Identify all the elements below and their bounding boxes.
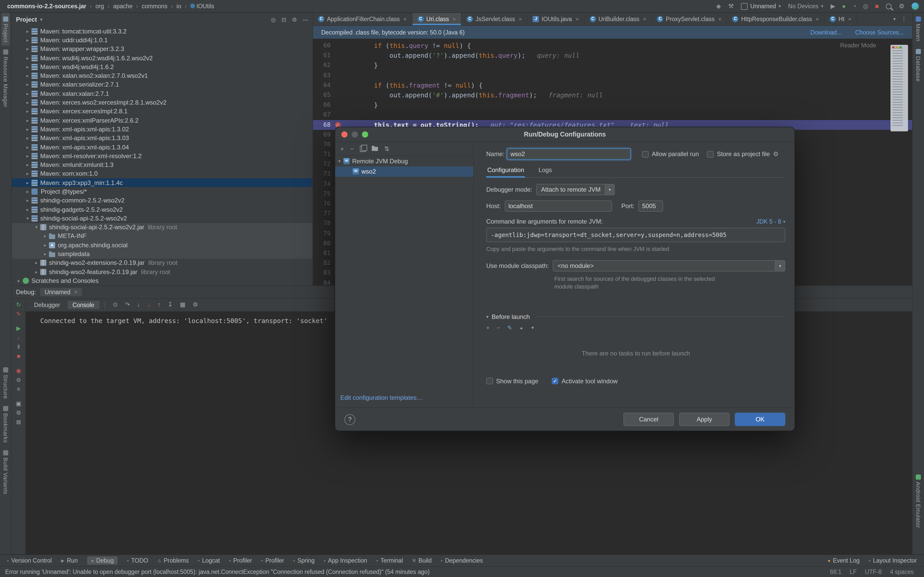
remove-task-icon[interactable]: − [497,324,500,331]
breadcrumb-item[interactable]: org [95,3,104,9]
tree-chevron-icon[interactable]: ▸ [24,47,31,52]
tree-chevron-icon[interactable]: ▸ [24,145,31,150]
toolwindow-button-database[interactable]: Database [914,45,922,85]
edit-task-icon[interactable]: ✎ [507,324,512,331]
tree-row[interactable]: ▸Maven: xerces:xercesImpl:2.8.1 [12,107,312,116]
tree-row[interactable]: ▸Maven: wsdl4j:wsdl4j:1.6.2 [12,62,312,71]
tree-chevron-icon[interactable]: ▸ [24,64,31,69]
panel-settings-icon[interactable]: ⚙ [292,16,297,23]
toolwindow-button-android-emulator[interactable]: Android Emulator [914,471,922,532]
remove-configuration-icon[interactable]: − [350,145,354,153]
tool-button-version-control[interactable]: ▪Version Control [7,558,52,564]
breadcrumb-item[interactable]: commons [142,3,168,9]
dialog-titlebar[interactable]: Run/Debug Configurations [335,127,795,142]
line-number[interactable]: 68 [313,120,333,130]
search-icon[interactable] [886,3,892,9]
force-step-into-icon[interactable]: ↓ [147,302,150,308]
line-number[interactable]: 60 [313,41,333,50]
line-number[interactable]: 74 [313,179,333,189]
tree-chevron-icon[interactable]: ▸ [24,127,31,132]
toolwindow-button-build-variants[interactable]: Build Variants [2,446,10,498]
tool-button-dependencies[interactable]: ▪Dependencies [441,558,483,564]
collapse-all-icon[interactable]: ⊟ [281,16,286,23]
tab-close-icon[interactable]: × [643,16,646,22]
gutter-icon-area[interactable] [333,70,343,80]
line-number[interactable]: 75 [313,189,333,199]
mute-breakpoints-icon[interactable]: ⊘ [16,377,21,383]
move-up-icon[interactable]: ▲ [519,326,523,330]
line-number[interactable]: 67 [313,110,333,120]
toolwindow-button-bookmarks[interactable]: Bookmarks [2,402,10,446]
editor-tab-uri-class[interactable]: CUri.class× [412,13,462,25]
edit-configuration-icon[interactable]: ✎ [16,311,21,317]
settings-icon[interactable]: ⚙ [16,410,21,416]
device-selector[interactable]: No Devices ▾ [788,3,824,9]
file-encoding[interactable]: UTF-8 [865,569,882,575]
tree-row[interactable]: ▸shindig-gadgets-2.5.2-wso2v2 [12,205,312,214]
tree-row[interactable]: ▸Maven: wrapper:wrapper:3.2.3 [12,45,312,53]
toolwindow-button-resource-manager[interactable]: Resource Manager [2,46,10,111]
line-number[interactable]: 73 [313,169,333,179]
tool-button-build[interactable]: ⚒Build [412,558,432,564]
zoom-window-button[interactable] [362,131,368,137]
tree-row[interactable]: ▸Project @types/* [12,187,312,196]
settings-icon[interactable]: ⚙ [899,3,905,9]
tree-chevron-icon[interactable]: ▸ [24,73,31,78]
show-execution-point-icon[interactable]: ⊙ [113,302,118,308]
tree-chevron-icon[interactable]: ▸ [24,207,31,212]
download-sources-link[interactable]: Download... [810,29,842,35]
tree-chevron-icon[interactable]: ▸ [24,100,31,105]
tree-item-wso2[interactable]: wso2 [335,166,473,177]
tree-chevron-icon[interactable]: ▸ [41,251,49,256]
tree-chevron-icon[interactable]: ▸ [41,234,49,239]
toolwindow-button-project[interactable]: Project [2,13,10,46]
view-breakpoints-icon[interactable]: ◉ [16,368,21,374]
gutter-icon-area[interactable] [333,61,343,70]
tree-chevron-icon[interactable]: ▸ [24,135,31,141]
port-input[interactable] [639,200,663,212]
tree-row[interactable]: ▸shindig-common-2.5.2-wso2v2 [12,196,312,205]
choose-sources-link[interactable]: Choose Sources... [855,29,904,35]
tree-chevron-icon[interactable]: ▸ [24,180,31,185]
tree-chevron-icon[interactable]: ▸ [41,243,49,248]
tree-chevron-icon[interactable]: ▸ [24,198,31,203]
cancel-button[interactable]: Cancel [624,413,674,426]
tree-chevron-icon[interactable]: ▸ [24,38,31,43]
module-classpath-select[interactable]: <no module> ▾ [553,260,785,271]
tree-chevron-icon[interactable]: ▸ [24,171,31,176]
tool-button-layout-inspector[interactable]: ▪Layout Inspector [869,558,917,564]
editor-tab-httpresponsebuilder-class[interactable]: CHttpResponseBuilder.class× [727,13,825,25]
gutter-icon-area[interactable] [333,100,343,110]
reader-mode-toggle[interactable]: Reader Mode [840,42,876,48]
tab-close-icon[interactable]: × [453,16,456,22]
debugger-mode-select[interactable]: Attach to remote JVM ▾ [536,184,615,195]
tab-logs[interactable]: Logs [538,166,553,177]
tree-row[interactable]: ▸Maven: xalan.wso2:xalan:2.7.0.wso2v1 [12,71,312,81]
tree-chevron-icon[interactable]: ▸ [32,260,40,266]
tree-chevron-icon[interactable]: ▸ [24,55,31,61]
close-window-button[interactable] [341,131,347,137]
edit-templates-link[interactable]: Edit configuration templates… [340,394,423,401]
new-folder-icon[interactable] [372,147,378,151]
tree-chevron-icon[interactable]: ▾ [24,216,31,221]
tree-row[interactable]: ▸Maven: xml-apis:xml-apis:1.3.04 [12,143,312,152]
editor-tab-applicationfilterchain-class[interactable]: CApplicationFilterChain.class× [313,13,412,25]
indent-style[interactable]: 4 spaces [890,569,914,575]
tool-button-run[interactable]: ▶Run [61,558,78,564]
tree-chevron-icon[interactable]: ▸ [24,162,31,168]
collaborate-icon[interactable]: ◈ [716,3,721,9]
step-out-icon[interactable]: ↑ [158,302,161,308]
tool-button-debug[interactable]: ●Debug [87,556,118,565]
show-this-page-checkbox[interactable]: Show this page [486,377,538,385]
run-config-selector[interactable]: Unnamed ▾ [741,3,781,10]
editor-tab-jsservlet-class[interactable]: CJsServlet.class× [462,13,528,25]
line-separator[interactable]: LF [850,569,857,575]
minimize-window-button[interactable] [352,131,358,137]
line-number[interactable]: 61 [313,50,333,60]
debug-icon[interactable]: ● [842,3,846,9]
rerun-icon[interactable]: ↻ [16,302,21,308]
run-icon[interactable]: ▶ [831,3,835,9]
tree-chevron-icon[interactable]: ▸ [24,189,31,194]
ok-button[interactable]: OK [735,413,785,426]
copy-configuration-icon[interactable] [360,146,365,152]
